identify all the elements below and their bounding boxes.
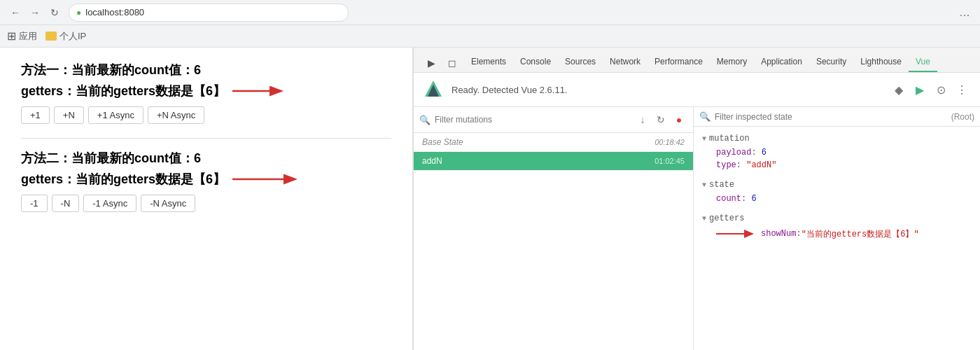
mutation-tree-section: ▼ mutation payload: 6 type: "addN" xyxy=(702,134,972,172)
tab-sources[interactable]: Sources xyxy=(558,52,603,72)
section2-getters-text: getters：当前的getters数据是【6】 xyxy=(21,171,225,188)
main-area: 方法一：当前最新的count值：6 getters：当前的getters数据是【… xyxy=(0,48,980,350)
back-button[interactable]: ← xyxy=(7,4,24,21)
state-count-item: count: 6 xyxy=(702,192,972,205)
vue-settings-button[interactable]: ⊙ xyxy=(931,80,951,99)
minusN-button[interactable]: -N xyxy=(52,195,80,212)
minusNasync-button[interactable]: -N Async xyxy=(141,195,195,212)
payload-value: 6 xyxy=(762,148,766,158)
getters-tree-section: ▼ getters showNum: "当前的getters数据是【6】" xyxy=(702,214,972,241)
tab-security[interactable]: Security xyxy=(809,52,853,72)
section1-buttons: +1 +N +1 Async +N Async xyxy=(21,106,391,124)
tab-elements[interactable]: Elements xyxy=(464,52,513,72)
mutations-search-bar: 🔍 ↓ ↻ ● xyxy=(414,107,693,133)
getters-section-label: getters xyxy=(709,214,744,223)
red-arrow-1 xyxy=(232,83,288,99)
plus1async-button[interactable]: +1 Async xyxy=(88,106,144,124)
getters-toggle[interactable]: ▼ getters xyxy=(702,214,972,223)
type-value: "addN" xyxy=(746,160,776,170)
mutation-row-base[interactable]: Base State 00:18:42 xyxy=(414,133,693,152)
folder-icon xyxy=(46,31,57,41)
state-tree-section: ▼ state count: 6 xyxy=(702,180,972,205)
inspect-element-button[interactable]: ▶ xyxy=(422,54,440,72)
section1-getters: getters：当前的getters数据是【6】 xyxy=(21,83,391,99)
section1-getters-text: getters：当前的getters数据是【6】 xyxy=(21,83,225,99)
vue-inspect-button[interactable]: ◆ xyxy=(889,80,909,99)
type-key: type xyxy=(716,160,736,170)
plus1-button[interactable]: +1 xyxy=(21,106,50,124)
bookmark-apps[interactable]: ⊞ 应用 xyxy=(7,29,37,43)
count-key: count xyxy=(716,194,741,204)
mutation-toggle[interactable]: ▼ mutation xyxy=(702,134,972,144)
mutation-base-time: 00:18:42 xyxy=(654,138,685,146)
apps-grid-icon: ⊞ xyxy=(7,29,16,43)
vue-banner-left: Ready. Detected Vue 2.6.11. xyxy=(422,78,882,101)
vue-logo xyxy=(422,78,444,101)
tab-memory[interactable]: Memory xyxy=(710,52,754,72)
minus1async-button[interactable]: -1 Async xyxy=(83,195,136,212)
state-section-label: state xyxy=(709,180,734,190)
devtools-panel: ▶ ◻ Elements Console Sources Network Per… xyxy=(413,48,980,350)
url-text: localhost:8080 xyxy=(85,7,144,18)
inspector-header: 🔍 (Root) xyxy=(694,107,980,127)
mutations-export-button[interactable]: ↻ xyxy=(652,111,669,128)
nav-buttons: ← → ↻ xyxy=(7,4,63,21)
red-arrow-2 xyxy=(232,171,302,188)
mutations-panel-actions: ↓ ↻ ● xyxy=(634,111,687,128)
tab-network[interactable]: Network xyxy=(603,52,648,72)
section1-title: 方法一：当前最新的count值：6 xyxy=(21,62,391,78)
inspector-panel: 🔍 (Root) ▼ mutation payload: 6 xyxy=(694,107,980,350)
apps-label: 应用 xyxy=(19,30,37,43)
tab-vue[interactable]: Vue xyxy=(909,52,937,72)
mutations-clear-button[interactable]: ● xyxy=(671,111,687,128)
count-value: 6 xyxy=(751,194,756,204)
minus1-button[interactable]: -1 xyxy=(21,195,48,212)
getters-showNum-item: showNum: "当前的getters数据是【6】" xyxy=(702,226,972,241)
mutations-search-input[interactable] xyxy=(435,115,630,125)
vue-devtools: Ready. Detected Vue 2.6.11. ◆ ▶ ⊙ ⋮ 🔍 xyxy=(414,73,980,350)
section2-title: 方法二：当前最新的count值：6 xyxy=(21,150,391,167)
address-bar[interactable]: ● localhost:8080 xyxy=(69,4,349,22)
device-toolbar-button[interactable]: ◻ xyxy=(443,54,461,72)
mutation-type-item: type: "addN" xyxy=(702,159,972,172)
plusN-button[interactable]: +N xyxy=(54,106,84,124)
bookmark-ip[interactable]: 个人IP xyxy=(46,30,86,43)
tab-application[interactable]: Application xyxy=(754,52,809,72)
mutation-row-addN[interactable]: addN 01:02:45 xyxy=(414,152,693,171)
forward-button[interactable]: → xyxy=(27,4,43,21)
devtools-tabs: ▶ ◻ Elements Console Sources Network Per… xyxy=(414,48,980,73)
vue-more-button[interactable]: ⋮ xyxy=(952,80,972,99)
mutation-section-label: mutation xyxy=(709,134,750,144)
devtools-toolbar-icons: ▶ ◻ xyxy=(419,54,464,72)
state-toggle[interactable]: ▼ state xyxy=(702,180,972,190)
mutation-payload-item: payload: 6 xyxy=(702,146,972,159)
mutation-addN-name: addN xyxy=(422,156,442,166)
tab-performance[interactable]: Performance xyxy=(648,52,710,72)
vue-timeline-button[interactable]: ▶ xyxy=(910,80,930,99)
section-2: 方法二：当前最新的count值：6 getters：当前的getters数据是【… xyxy=(21,150,391,212)
ip-label: 个人IP xyxy=(59,30,86,43)
getters-red-arrow-icon xyxy=(716,227,758,240)
mutations-import-button[interactable]: ↓ xyxy=(634,111,651,128)
vue-banner: Ready. Detected Vue 2.6.11. ◆ ▶ ⊙ ⋮ xyxy=(414,73,980,107)
vue-panels: 🔍 ↓ ↻ ● Base State 00:18:42 xyxy=(414,107,980,350)
vue-banner-right: ◆ ▶ ⊙ ⋮ xyxy=(889,80,972,99)
inspector-search-input[interactable] xyxy=(715,112,947,122)
showNum-value: "当前的getters数据是【6】" xyxy=(802,228,919,240)
section-divider xyxy=(21,138,391,139)
plusNasync-button[interactable]: +N Async xyxy=(148,106,204,124)
mutation-base-name: Base State xyxy=(422,137,463,147)
page-content: 方法一：当前最新的count值：6 getters：当前的getters数据是【… xyxy=(0,48,413,350)
extensions-icon[interactable]: … xyxy=(956,4,973,21)
mutations-search-icon: 🔍 xyxy=(419,115,430,125)
tab-lighthouse[interactable]: Lighthouse xyxy=(853,52,909,72)
mutation-list: Base State 00:18:42 addN 01:02:45 xyxy=(414,133,693,350)
tab-console[interactable]: Console xyxy=(513,52,558,72)
mutation-arrow-icon: ▼ xyxy=(702,135,706,143)
section2-buttons: -1 -N -1 Async -N Async xyxy=(21,195,391,212)
showNum-key: showNum xyxy=(761,229,796,239)
bookmarks-bar: ⊞ 应用 个人IP xyxy=(0,25,980,48)
payload-key: payload xyxy=(716,148,751,158)
reload-button[interactable]: ↻ xyxy=(46,4,63,21)
inspector-root-label: (Root) xyxy=(951,112,974,122)
